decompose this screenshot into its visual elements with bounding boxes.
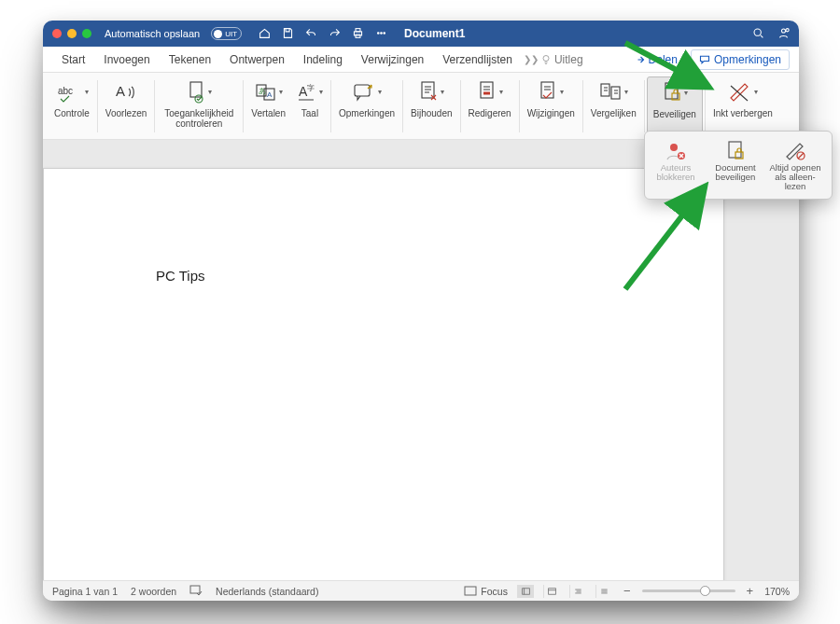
ribbon-vertalen-label: Vertalen [251, 108, 286, 118]
zoom-out-button[interactable]: − [622, 584, 633, 598]
svg-point-5 [384, 32, 385, 34]
ribbon-wijzigingen-label: Wijzigingen [527, 108, 575, 118]
maximize-window-button[interactable] [82, 29, 91, 38]
autosave-label: Automatisch opslaan [105, 28, 200, 39]
svg-point-3 [377, 32, 379, 34]
ribbon-toegankelijkheid[interactable]: ▾ Toegankelijkheid controleren [157, 76, 241, 136]
tab-indeling[interactable]: Indeling [294, 48, 352, 72]
document-body-text[interactable]: PC Tips [156, 268, 205, 284]
more-icon[interactable] [375, 27, 387, 41]
svg-point-6 [754, 29, 761, 35]
ribbon-toegankelijkheid-label: Toegankelijkheid controleren [162, 108, 235, 129]
quick-access-toolbar [259, 27, 387, 41]
ribbon-bijhouden[interactable]: ▾ Bijhouden [405, 76, 457, 136]
ribbon-redigeren-label: Redigeren [469, 108, 511, 118]
status-words[interactable]: 2 woorden [131, 586, 176, 597]
dropdown-altijd-label: Altijd openen als alleen-lezen [769, 163, 821, 191]
share-button[interactable]: Delen [626, 50, 685, 69]
ribbon-opmerkingen[interactable]: ▾ Opmerkingen [333, 76, 400, 136]
svg-rect-31 [549, 588, 556, 593]
ribbon-controle[interactable]: abc▾ Controle [49, 76, 95, 136]
ribbon-beveiligen-label: Beveiligen [653, 109, 696, 119]
focus-label: Focus [481, 586, 508, 597]
tab-verwijzingen[interactable]: Verwijzingen [352, 48, 433, 72]
tab-ontwerpen[interactable]: Ontwerpen [220, 48, 294, 72]
dropdown-altijd-openen[interactable]: Altijd openen als alleen-lezen [766, 137, 824, 193]
ribbon-taal[interactable]: A字▾ Taal [291, 76, 329, 136]
minimize-window-button[interactable] [67, 29, 77, 38]
home-icon[interactable] [259, 27, 271, 41]
ribbon-voorlezen[interactable]: A Voorlezen [100, 76, 152, 136]
svg-point-13 [195, 95, 203, 103]
status-bar: Pagina 1 van 1 2 woorden Nederlands (sta… [43, 580, 799, 601]
ribbon-opmerkingen-label: Opmerkingen [339, 108, 395, 118]
autosave-state: UIT [225, 30, 237, 38]
tell-me-button[interactable]: Uitleg [540, 53, 583, 66]
undo-icon[interactable] [305, 27, 317, 41]
ribbon-beveiligen[interactable]: ▾ Beveiligen [647, 76, 703, 136]
document-title: Document1 [404, 27, 465, 40]
svg-rect-12 [190, 82, 202, 97]
comments-button[interactable]: Opmerkingen [691, 49, 790, 70]
close-window-button[interactable] [52, 29, 62, 38]
print-icon[interactable] [352, 27, 364, 41]
svg-text:A: A [116, 83, 125, 99]
ribbon-vergelijken[interactable]: ▾ Vergelijken [585, 76, 642, 136]
ribbon-inkt[interactable]: ▾ Inkt verbergen [707, 76, 778, 136]
ribbon-vertalen[interactable]: あA▾ Vertalen [245, 76, 291, 136]
svg-text:あ: あ [259, 87, 266, 95]
svg-rect-20 [355, 85, 370, 96]
tab-verzendlijsten[interactable]: Verzendlijsten [433, 48, 522, 72]
dropdown-auteurs-blokkeren: Auteurs blokkeren [647, 137, 705, 193]
svg-point-7 [781, 29, 785, 33]
ribbon-tabs: Start Invoegen Tekenen Ontwerpen Indelin… [43, 47, 799, 73]
svg-point-9 [543, 55, 549, 61]
svg-text:字: 字 [307, 84, 315, 92]
tab-tekenen[interactable]: Tekenen [160, 48, 220, 72]
status-language[interactable]: Nederlands (standaard) [216, 586, 318, 597]
beveiligen-dropdown: Auteurs blokkeren Document beveiligen Al… [644, 131, 833, 200]
view-web-layout-button[interactable] [543, 585, 560, 598]
ribbon-bijhouden-label: Bijhouden [411, 108, 452, 118]
svg-rect-29 [465, 587, 476, 595]
tab-start[interactable]: Start [52, 48, 94, 72]
share-label: Delen [649, 53, 678, 66]
spellcheck-icon[interactable] [189, 585, 203, 598]
zoom-in-button[interactable]: + [745, 584, 756, 598]
window-controls [52, 29, 91, 38]
svg-rect-28 [190, 586, 200, 593]
account-icon[interactable] [777, 27, 790, 41]
dropdown-document-label: Document beveiligen [709, 163, 762, 182]
redo-icon[interactable] [329, 27, 341, 41]
view-print-layout-button[interactable] [517, 585, 534, 598]
svg-rect-1 [356, 28, 360, 31]
app-window: Automatisch opslaan UIT Document1 Start … [43, 21, 799, 601]
svg-point-4 [381, 32, 383, 34]
tell-me-label: Uitleg [554, 53, 583, 66]
tabs-overflow-icon[interactable]: ❯❯ [522, 54, 540, 64]
title-bar: Automatisch opslaan UIT Document1 [43, 21, 799, 47]
zoom-level[interactable]: 170% [764, 586, 790, 597]
comments-label: Opmerkingen [714, 53, 781, 66]
svg-point-8 [786, 28, 789, 31]
zoom-slider[interactable] [642, 589, 735, 592]
svg-rect-2 [356, 35, 360, 37]
save-icon[interactable] [282, 27, 294, 41]
ribbon-wijzigingen[interactable]: ▾ Wijzigingen [522, 76, 581, 136]
svg-rect-30 [523, 588, 530, 593]
view-draft-button[interactable] [595, 585, 612, 598]
focus-icon[interactable]: Focus [464, 586, 508, 597]
ribbon-vergelijken-label: Vergelijken [591, 108, 637, 118]
search-icon[interactable] [752, 27, 764, 41]
dropdown-document-beveiligen[interactable]: Document beveiligen [707, 137, 764, 193]
ribbon-redigeren[interactable]: ▾ Redigeren [463, 76, 517, 136]
svg-point-32 [670, 144, 678, 151]
document-area: PC Tips [43, 140, 799, 580]
document-page[interactable]: PC Tips [43, 168, 724, 580]
status-page[interactable]: Pagina 1 van 1 [52, 586, 118, 597]
ribbon-taal-label: Taal [301, 108, 318, 118]
tab-invoegen[interactable]: Invoegen [94, 48, 159, 72]
autosave-toggle[interactable]: UIT [211, 27, 242, 40]
view-outline-button[interactable] [569, 585, 586, 598]
ribbon-inkt-label: Inkt verbergen [713, 108, 773, 118]
